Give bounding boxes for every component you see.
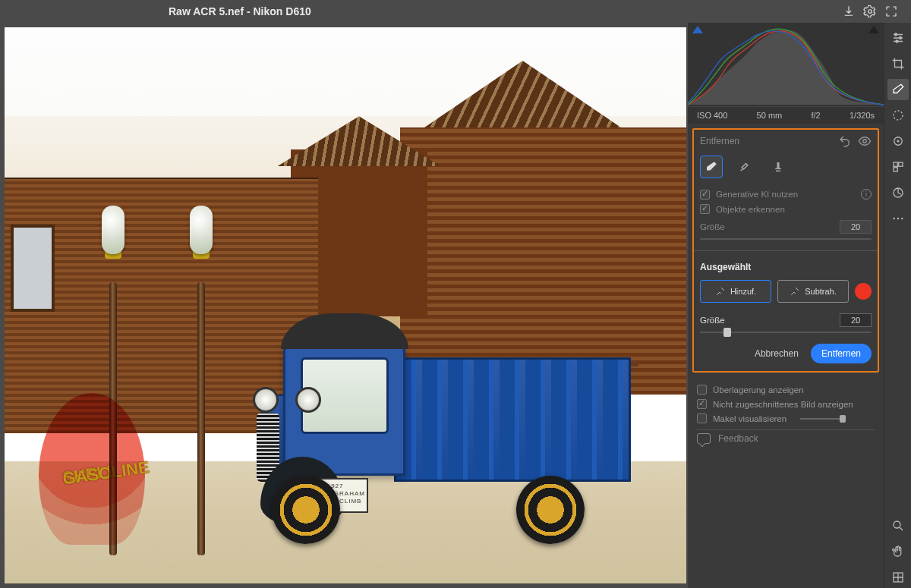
fullscreen-icon[interactable] (881, 1, 902, 22)
svg-point-1 (863, 140, 867, 143)
size-value-disabled: 20 (840, 220, 872, 234)
grid-toggle-icon[interactable] (887, 567, 909, 588)
overlay-color-swatch[interactable] (855, 283, 872, 300)
exif-aperture: f/2 (811, 111, 820, 120)
apply-button[interactable]: Entfernen (811, 344, 872, 363)
svg-point-7 (897, 140, 899, 143)
truck: 1927 DODGE·GRAHAM DO NOT CLIMB ON (257, 239, 638, 550)
eraser-tool-button[interactable] (700, 156, 723, 178)
undo-icon[interactable] (838, 134, 852, 148)
healing-icon[interactable] (887, 79, 909, 100)
chat-icon (697, 433, 711, 444)
image-preview[interactable]: SHELLGASOLINE 1927 DODGE·GRAHAM DO NOT C… (5, 27, 686, 583)
tool-strip (884, 23, 911, 588)
exif-focal: 50 mm (757, 111, 783, 120)
panel-title: Entfernen (700, 136, 739, 146)
download-icon[interactable] (838, 1, 859, 22)
gear-icon[interactable] (859, 1, 881, 22)
svg-point-13 (897, 218, 898, 219)
show-overlay-checkbox[interactable]: Überlagerung anzeigen (697, 385, 875, 395)
exif-iso: ISO 400 (697, 111, 727, 120)
svg-point-12 (893, 218, 894, 219)
remove-panel: Entfernen Generative KI nutzen i Objekte… (692, 128, 879, 373)
svg-point-5 (894, 111, 903, 120)
exif-row: ISO 400 50 mm f/2 1/320s (688, 106, 884, 124)
heal-tool-button[interactable] (733, 156, 756, 178)
svg-rect-10 (894, 168, 897, 171)
edit-sliders-icon[interactable] (887, 27, 909, 49)
more-icon[interactable] (887, 208, 909, 229)
clone-tool-button[interactable] (767, 156, 790, 178)
view-options: Überlagerung anzeigen Nicht zugeschnitte… (688, 377, 884, 454)
eye-icon[interactable] (858, 134, 872, 148)
size-label-2: Größe (700, 316, 725, 325)
presets-icon[interactable] (887, 156, 909, 178)
mask-icon[interactable] (887, 105, 909, 126)
svg-rect-9 (898, 162, 902, 166)
svg-point-15 (894, 521, 900, 528)
svg-point-14 (901, 218, 903, 219)
info-icon[interactable]: i (861, 189, 872, 200)
hand-icon[interactable] (887, 541, 909, 562)
use-ai-checkbox[interactable]: Generative KI nutzen i (700, 189, 872, 200)
crop-icon[interactable] (887, 53, 909, 74)
size-label: Größe (700, 222, 725, 231)
svg-point-0 (868, 10, 872, 14)
snapshots-icon[interactable] (887, 182, 909, 203)
add-brush-button[interactable]: Hinzuf. (700, 280, 771, 303)
size-slider-disabled (700, 238, 872, 240)
selected-heading: Ausgewählt (700, 262, 872, 272)
svg-point-4 (896, 40, 898, 42)
gas-pump (188, 206, 214, 556)
document-title: Raw ACR 5.nef - Nikon D610 (169, 5, 311, 17)
redeye-icon[interactable] (887, 130, 909, 152)
size-input[interactable]: 20 (840, 313, 872, 327)
svg-rect-8 (894, 162, 897, 166)
right-sidebar: ISO 400 50 mm f/2 1/320s Entfernen Gener… (688, 23, 884, 588)
titlebar: Raw ACR 5.nef - Nikon D610 (0, 0, 911, 23)
remove-tool-switch (700, 156, 872, 178)
detect-objects-checkbox[interactable]: Objekte erkennen (700, 204, 872, 214)
show-uncropped-checkbox[interactable]: Nicht zugeschnittenes Bild anzeigen (697, 399, 875, 409)
visualize-slider[interactable] (800, 418, 846, 420)
svg-point-2 (894, 33, 897, 36)
svg-point-3 (899, 37, 901, 39)
subtract-brush-button[interactable]: Subtrah. (777, 280, 849, 303)
exif-shutter: 1/320s (850, 111, 875, 120)
feedback-button[interactable]: Feedback (697, 429, 875, 447)
size-slider[interactable] (700, 332, 872, 333)
canvas-area: SHELLGASOLINE 1927 DODGE·GRAHAM DO NOT C… (0, 23, 688, 588)
zoom-icon[interactable] (887, 515, 909, 536)
histogram[interactable] (688, 23, 884, 106)
cancel-button[interactable]: Abbrechen (755, 348, 799, 359)
visualize-spots-checkbox[interactable]: Makel visualisieren (697, 413, 875, 423)
